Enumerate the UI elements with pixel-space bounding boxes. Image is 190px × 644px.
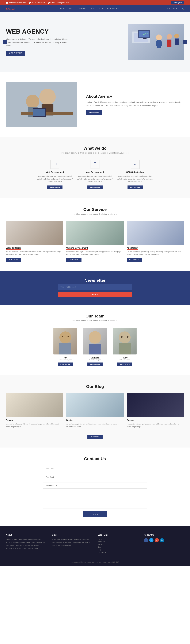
svg-rect-35	[89, 344, 101, 354]
contact-title: Contact Us	[6, 456, 184, 461]
webdesign-btn[interactable]: Read More	[6, 258, 21, 262]
newsletter-email-input[interactable]	[58, 284, 132, 290]
footer-link-contact[interactable]: Contact Us	[98, 552, 138, 553]
footer-about-title: About	[6, 534, 46, 536]
ourservice-subtitle: that it has a more-or-less normal distri…	[6, 213, 184, 215]
webdev-title: Web Development	[37, 171, 73, 173]
svg-rect-18	[21, 112, 73, 115]
footer-link-service[interactable]: Service	[98, 544, 138, 545]
team-readmore-2[interactable]: Read More	[87, 362, 103, 366]
team-member-3: Hainy PHP Developer Read More	[113, 328, 137, 366]
appdesign-image	[127, 221, 184, 245]
twitter-icon[interactable]: t	[149, 538, 154, 542]
blog-desc-1: consectetur adipiscing elit, sed do eius…	[6, 422, 63, 428]
footer-about: About Virginia looked up one of the more…	[6, 534, 46, 554]
nav-home[interactable]: HOME	[58, 6, 67, 12]
top-bar-right: Get A Quote	[171, 1, 184, 4]
email-icon: ✉	[48, 2, 50, 4]
hero-description: when looking at its layout. The point of…	[6, 38, 71, 48]
webdev-btn[interactable]: Read More	[47, 186, 63, 189]
googleplus-icon[interactable]: g	[155, 538, 159, 542]
login-link[interactable]: ▸ LOG IN	[164, 8, 171, 10]
hero-section: ‹ WEB AGENCY when looking at its layout.…	[0, 12, 190, 72]
svg-rect-5	[160, 41, 162, 46]
svg-point-16	[26, 95, 39, 108]
newsletter-form: SEND	[58, 284, 132, 298]
whatwedo-section: What we do even slightly believable. If …	[0, 137, 190, 198]
contact-name-input[interactable]	[43, 466, 147, 472]
team-readmore-3[interactable]: Read More	[117, 362, 132, 366]
footer-link-blog[interactable]: Blog	[98, 549, 138, 551]
nav-service[interactable]: SERVICE	[77, 6, 88, 12]
nav-about[interactable]: ABOUT	[67, 6, 77, 12]
team-role-1: Graphic Designer	[53, 359, 77, 361]
seo-icon	[131, 160, 140, 169]
team-readmore-1[interactable]: Read More	[58, 362, 73, 366]
appdev-btn[interactable]: Read More	[87, 186, 103, 189]
footer-blog: Blog Which don't look even slightly beli…	[52, 534, 92, 554]
footer-link-home[interactable]: Home	[98, 538, 138, 540]
address-icon: 📍	[6, 2, 8, 4]
contact-send-button[interactable]: SEND	[83, 512, 107, 517]
appdesign-btn[interactable]: Read More	[127, 258, 142, 262]
svg-point-2	[156, 34, 162, 40]
nav-contact[interactable]: CONTACT US	[106, 6, 121, 12]
ourservice-section: Our Service that it has a more-or-less n…	[0, 198, 190, 271]
footer: About Virginia looked up one of the more…	[0, 526, 190, 566]
svg-point-36	[119, 332, 131, 343]
hero-prev-button[interactable]: ‹	[3, 40, 7, 44]
nav-team[interactable]: TEAM	[88, 6, 97, 12]
service-item-webdev: Website Development iuia like readable E…	[66, 221, 124, 262]
signup-link[interactable]: ▸ SIGN UP	[172, 8, 180, 10]
footer-worklink-list: Home About Us Service Team Blog Contact …	[98, 538, 138, 553]
team-subtitle: that it has a more-or-less normal distri…	[6, 320, 184, 322]
contact-message-input[interactable]	[43, 490, 147, 508]
team-member-2: Markjack Web Developer Read More	[83, 328, 107, 366]
linkedin-icon[interactable]: in	[160, 538, 164, 542]
blog-item-1: Design consectetur adipiscing elit, sed …	[6, 394, 63, 430]
search-icon[interactable]: 🔍	[182, 8, 184, 10]
phone-icon: 📞	[29, 2, 31, 4]
footer-link-team[interactable]: Team	[98, 546, 138, 548]
about-description: readable English. Many desktop publishin…	[86, 101, 184, 107]
newsletter-title: Newsletter	[6, 278, 184, 283]
svg-rect-31	[59, 343, 71, 354]
hero-cta-button[interactable]: CONTACT US	[6, 51, 25, 56]
webdev2-btn[interactable]: Read More	[66, 258, 82, 262]
team-role-2: Web Developer	[83, 359, 107, 361]
footer-link-about[interactable]: About Us	[98, 541, 138, 543]
svg-rect-12	[143, 38, 147, 40]
newsletter-send-button[interactable]: SEND	[58, 292, 132, 298]
webdesign-desc: iuia like readable English Many desktop …	[6, 250, 63, 256]
contact-phone-input[interactable]	[43, 482, 147, 488]
blog-readmore-button[interactable]: Read More	[87, 435, 103, 438]
svg-point-38	[121, 336, 123, 338]
svg-rect-4	[156, 41, 158, 46]
seo-btn[interactable]: Read More	[128, 186, 143, 189]
facebook-icon[interactable]: f	[144, 538, 148, 542]
footer-blog-title: Blog	[52, 534, 92, 536]
svg-rect-20	[33, 109, 45, 116]
nav-blog[interactable]: BLOG	[97, 6, 105, 12]
footer-grid: About Virginia looked up one of the more…	[6, 534, 184, 554]
email-item: ✉ EMAIL : demo@mail.com	[48, 2, 69, 4]
webdesign-image	[6, 221, 63, 245]
services-grid: </> Web Development web page editors now…	[6, 160, 184, 189]
contact-email-input[interactable]	[43, 474, 147, 480]
blog-section: Our Blog Design consectetur adipiscing e…	[0, 375, 190, 447]
svg-point-34	[89, 331, 101, 344]
footer-followus-title: Follow Us	[144, 534, 184, 536]
about-readmore-button[interactable]: Read More	[86, 110, 102, 114]
get-quote-button[interactable]: Get A Quote	[171, 1, 184, 4]
svg-text:</>: </>	[54, 164, 55, 164]
hero-next-button[interactable]: ›	[183, 40, 187, 44]
service-items-grid: Website Design iuia like readable Englis…	[6, 221, 184, 262]
footer-worklink-title: Work Link	[98, 534, 138, 536]
address-text: Address : Lorem Ipsum	[9, 2, 26, 4]
contact-form: SEND	[43, 466, 147, 517]
whatwedo-title: What we do	[6, 146, 184, 151]
blog-category-3: Design	[127, 419, 184, 421]
about-illustration	[6, 82, 77, 127]
team-photo-3	[113, 328, 137, 354]
ourservice-title: Our Service	[6, 207, 184, 212]
